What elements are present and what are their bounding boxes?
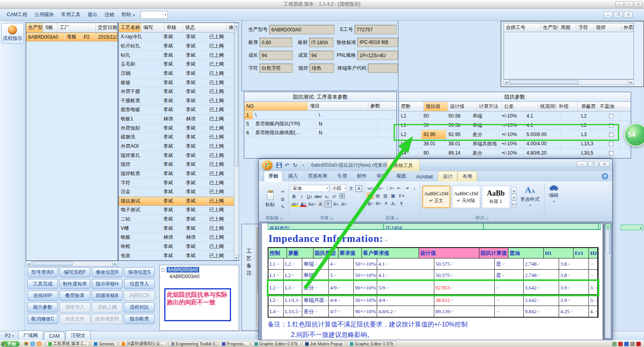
styles-more-icon[interactable]: ▼≡ bbox=[512, 201, 516, 207]
qat-more-icon[interactable]: ▾ bbox=[300, 161, 306, 169]
soldermask-field[interactable]: 绿色 bbox=[310, 64, 334, 73]
menu-item[interactable]: CAM工程 bbox=[3, 10, 31, 20]
column-header[interactable]: S板 bbox=[43, 23, 58, 32]
menu-item[interactable]: 帮助 bbox=[118, 10, 135, 20]
show-marks-icon[interactable]: ¶ bbox=[398, 200, 405, 207]
end-customer-code-field[interactable] bbox=[368, 64, 398, 73]
flow-indicator-button[interactable]: 流程指示 bbox=[1, 23, 24, 44]
align-right-icon[interactable]: ▥ bbox=[382, 192, 389, 199]
column-header[interactable]: 周期 bbox=[559, 23, 576, 32]
checkbox[interactable] bbox=[609, 114, 613, 118]
action-button[interactable]: 信息导入 bbox=[124, 279, 155, 289]
column-header[interactable]: 工厂 bbox=[58, 23, 96, 32]
column-header[interactable]: 审核 bbox=[165, 23, 183, 32]
action-button[interactable]: 叠层验算 bbox=[60, 291, 90, 301]
column-header[interactable]: 生产型号 bbox=[26, 23, 43, 32]
dialog-launcher-icon[interactable]: ◲ bbox=[486, 217, 489, 220]
column-header[interactable]: 补偿 bbox=[557, 102, 578, 111]
action-button[interactable]: 制作通知单 bbox=[60, 279, 90, 289]
styles-down-icon[interactable]: ▼ bbox=[512, 194, 516, 200]
style-preset[interactable]: AaBbCcDd ↵ 无间隔 bbox=[452, 186, 480, 208]
dialog-launcher-icon[interactable]: ◲ bbox=[396, 217, 399, 220]
style-preset[interactable]: AaBbCcDd ↵ 正文 bbox=[422, 186, 450, 208]
ribbon-tab[interactable]: 视图 bbox=[392, 171, 411, 182]
process-row[interactable]: 铣板 林强 林强 已上网 bbox=[119, 233, 239, 242]
justify-icon[interactable]: ▦ bbox=[390, 192, 396, 199]
superscript-icon[interactable]: x² bbox=[331, 193, 338, 200]
column-header[interactable]: NO bbox=[244, 102, 308, 110]
param-row[interactable]: 1 \ \ bbox=[244, 111, 396, 120]
scroll-left-icon[interactable]: ◄ bbox=[26, 261, 31, 266]
clear-formatting-icon[interactable]: 🄰 bbox=[339, 193, 345, 200]
word-page[interactable]: 板材类型:IT-180A Impedance Information: 控制屏蔽… bbox=[262, 223, 603, 340]
scroll-thumb[interactable] bbox=[32, 262, 72, 266]
ribbon-tab[interactable]: 设计 bbox=[438, 171, 457, 182]
action-button[interactable]: 取消修改C bbox=[27, 314, 58, 324]
taskbar-button[interactable]: Graphic Editor 0.97b bbox=[252, 341, 301, 347]
format-painter-icon[interactable]: ✎ bbox=[279, 204, 286, 211]
collapse-icon[interactable]: − bbox=[161, 268, 165, 272]
board-thickness-field[interactable]: 0.80 bbox=[260, 38, 292, 47]
font-name-combobox[interactable]: 宋体▾ bbox=[291, 185, 329, 192]
status-tab[interactable]: 广域网 bbox=[18, 330, 43, 340]
column-header[interactable]: 计算方法 bbox=[477, 102, 502, 111]
process-row[interactable]: 外层干膜 李斌 李斌 已上网 bbox=[119, 87, 239, 97]
menu-item[interactable]: 常用工具 bbox=[58, 10, 84, 20]
increase-indent-icon[interactable]: ⇥ bbox=[403, 185, 410, 192]
start-button[interactable]: 开始 bbox=[1, 341, 20, 347]
product-model-field[interactable]: 6ABRD003A0 bbox=[269, 25, 334, 34]
mdi-close-icon[interactable]: ✕ bbox=[624, 12, 633, 18]
checkbox[interactable] bbox=[609, 151, 613, 155]
maximize-icon[interactable]: □ bbox=[625, 1, 633, 7]
help-icon[interactable]: ? bbox=[602, 173, 608, 180]
paste-button[interactable]: 粘贴 bbox=[262, 184, 278, 215]
copy-icon[interactable]: ⧉ bbox=[279, 196, 286, 203]
font-size-combobox[interactable]: 小四▾ bbox=[330, 185, 347, 192]
tray-icon[interactable] bbox=[630, 342, 635, 346]
param-row[interactable]: 6 是否附阻抗曲线图(... N bbox=[244, 128, 396, 137]
undo-icon[interactable]: ↶ bbox=[284, 161, 290, 169]
borders-icon[interactable]: ⊞▾ bbox=[375, 200, 382, 207]
menu-item[interactable]: 注销 bbox=[101, 10, 118, 20]
taskbar-button[interactable]: Job Matrix Popup bbox=[302, 341, 346, 347]
word-close-icon[interactable]: ✕ bbox=[599, 161, 610, 167]
process-row[interactable]: 铣板1 林强 林强 已上网 bbox=[119, 115, 239, 124]
style-preset[interactable]: AaBb 标题 1 bbox=[482, 186, 510, 208]
ribbon-tab[interactable]: 布局 bbox=[458, 171, 477, 182]
column-header[interactable]: 公差 bbox=[502, 102, 538, 111]
action-button[interactable]: 内部ECN bbox=[124, 291, 155, 301]
font-color-icon[interactable]: A▾ bbox=[300, 200, 307, 207]
process-row[interactable]: V槽 李斌 李斌 已上网 bbox=[119, 224, 239, 233]
status-tab[interactable]: CAM bbox=[44, 332, 65, 340]
column-header[interactable]: 外层 bbox=[621, 23, 634, 32]
edit-button[interactable]: 编辑 ▾ bbox=[547, 185, 561, 203]
merge-h-scrollbar[interactable]: ◄ ► bbox=[504, 79, 634, 85]
process-row[interactable]: 钻孔 李斌 李斌 已上网 bbox=[119, 51, 239, 60]
process-row[interactable]: 终检 李斌 李斌 已上网 bbox=[119, 242, 239, 252]
menu-combobox[interactable]: ▾ bbox=[140, 11, 168, 19]
menu-item[interactable]: 退出 bbox=[84, 10, 101, 20]
column-header[interactable]: 工艺名称 bbox=[119, 23, 141, 32]
length-field[interactable]: 94 bbox=[260, 51, 293, 60]
ribbon-tab[interactable]: 邮件 bbox=[352, 171, 372, 182]
shading-icon[interactable]: ◍▾ bbox=[367, 200, 374, 207]
align-center-icon[interactable]: ▤ bbox=[374, 192, 381, 199]
strikethrough-icon[interactable]: abe bbox=[314, 193, 322, 200]
action-button[interactable]: 回退审核B bbox=[92, 291, 122, 301]
align-left-icon[interactable]: ◧ bbox=[367, 192, 374, 199]
dialog-launcher-icon[interactable]: ◲ bbox=[280, 217, 283, 220]
scroll-right-icon[interactable]: ► bbox=[112, 261, 118, 266]
column-header[interactable]: 层数 bbox=[399, 102, 424, 111]
taskbar-button[interactable]: 工程系统 版本:1... bbox=[45, 341, 89, 347]
change-case-icon[interactable]: Aa▾ bbox=[308, 200, 316, 207]
e-number-field[interactable]: 772757 bbox=[355, 25, 396, 34]
doc-v-scrollbar[interactable]: ▲ bbox=[605, 223, 611, 338]
scroll-thumb[interactable] bbox=[235, 29, 238, 167]
process-row[interactable]: 板镀 李斌 李斌 已上网 bbox=[119, 78, 239, 87]
tray-icon[interactable] bbox=[636, 342, 641, 346]
notification-ball[interactable]: 54 bbox=[624, 123, 644, 147]
column-header[interactable]: 阻抗值 bbox=[424, 102, 448, 111]
chinese-layout-icon[interactable]: ✕︎ bbox=[383, 200, 390, 207]
column-header[interactable]: 合拼工号 bbox=[504, 23, 541, 32]
mdi-minimize-icon[interactable]: — bbox=[604, 12, 613, 18]
